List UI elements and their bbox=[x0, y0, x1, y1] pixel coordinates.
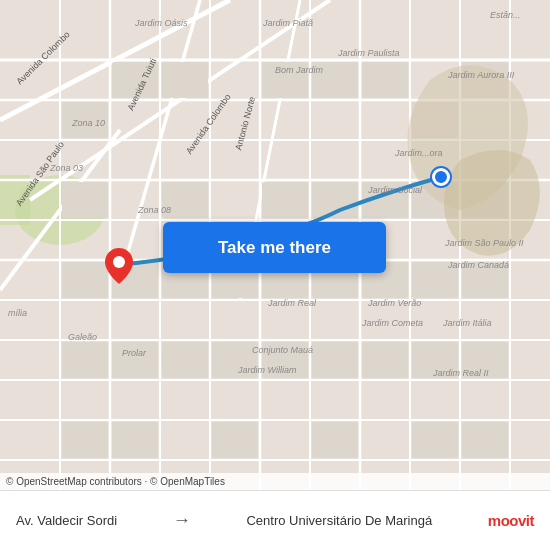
svg-rect-41 bbox=[362, 182, 408, 218]
map-container: Jardim Oásis Jardim Piatã Estân... Bom J… bbox=[0, 0, 550, 490]
svg-rect-34 bbox=[362, 62, 408, 98]
svg-rect-33 bbox=[312, 62, 358, 98]
destination-marker bbox=[432, 168, 450, 186]
svg-rect-62 bbox=[62, 422, 108, 458]
svg-rect-2 bbox=[0, 175, 30, 225]
svg-rect-65 bbox=[312, 422, 358, 458]
arrow-icon: → bbox=[173, 510, 191, 531]
svg-rect-61 bbox=[462, 342, 508, 378]
svg-rect-63 bbox=[112, 422, 158, 458]
origin-label: Av. Valdecir Sordi bbox=[16, 513, 117, 528]
svg-rect-56 bbox=[212, 342, 258, 378]
svg-rect-31 bbox=[162, 62, 208, 98]
map-attribution: © OpenStreetMap contributors · © OpenMap… bbox=[0, 473, 550, 490]
svg-rect-29 bbox=[62, 102, 108, 138]
take-me-there-button[interactable]: Take me there bbox=[163, 222, 386, 273]
svg-rect-67 bbox=[462, 422, 508, 458]
svg-rect-60 bbox=[412, 342, 458, 378]
destination-label: Centro Universitário De Maringá bbox=[246, 513, 432, 528]
svg-rect-30 bbox=[112, 62, 158, 98]
svg-rect-57 bbox=[262, 342, 308, 378]
svg-rect-58 bbox=[312, 342, 358, 378]
svg-rect-39 bbox=[262, 182, 308, 218]
svg-rect-59 bbox=[362, 342, 408, 378]
svg-rect-52 bbox=[462, 262, 508, 298]
svg-rect-38 bbox=[162, 182, 208, 218]
bottom-bar: Av. Valdecir Sordi → Centro Universitári… bbox=[0, 490, 550, 550]
moovit-brand-text: moovit bbox=[488, 512, 534, 529]
svg-rect-53 bbox=[62, 342, 108, 378]
svg-rect-55 bbox=[162, 342, 208, 378]
svg-rect-40 bbox=[312, 182, 358, 218]
svg-rect-37 bbox=[62, 182, 108, 218]
origin-marker bbox=[105, 248, 133, 284]
svg-rect-51 bbox=[412, 262, 458, 298]
svg-rect-64 bbox=[212, 422, 258, 458]
svg-rect-44 bbox=[62, 262, 108, 298]
svg-point-68 bbox=[113, 256, 125, 268]
moovit-logo: moovit bbox=[488, 512, 534, 529]
svg-rect-54 bbox=[112, 342, 158, 378]
svg-rect-66 bbox=[412, 422, 458, 458]
svg-rect-32 bbox=[262, 62, 308, 98]
